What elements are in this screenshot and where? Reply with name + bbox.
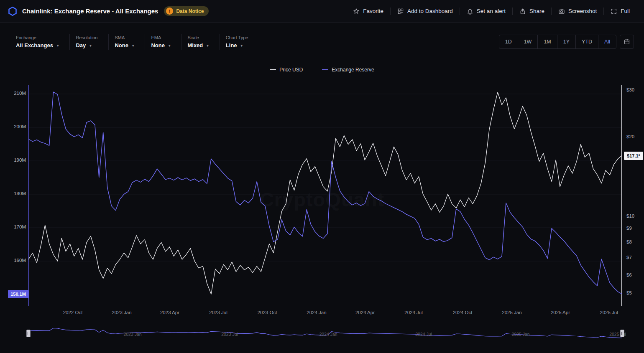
right-axis-tick: $7 [626, 255, 632, 260]
exchange-select[interactable]: Exchange All Exchanges▾ [12, 34, 69, 50]
navigator-tick: 2023 Jul [213, 332, 246, 337]
fullscreen-button[interactable]: Full [604, 8, 636, 15]
share-button[interactable]: Share [513, 8, 551, 15]
share-icon [519, 8, 526, 15]
dashboard-add-icon [397, 8, 404, 15]
right-axis-tick: $8 [626, 239, 632, 244]
x-axis-tick: 2024 Jan [298, 310, 335, 315]
chart-toolbar: Exchange All Exchanges▾ Resolution Day▾ … [12, 32, 634, 52]
camera-icon [558, 8, 565, 15]
range-selector: 1D 1W 1M 1Y YTD All [499, 35, 616, 49]
price-line-swatch [270, 69, 276, 70]
screenshot-label: Screenshot [568, 8, 597, 14]
chart-type-select[interactable]: Chart Type Line▾ [220, 34, 259, 50]
chevron-down-icon: ▾ [89, 43, 92, 48]
bell-icon [467, 8, 473, 15]
range-1d-button[interactable]: 1D [499, 35, 518, 48]
legend-price-usd[interactable]: Price USD [270, 67, 303, 73]
scale-label: Scale [187, 35, 208, 40]
share-label: Share [529, 8, 544, 14]
chevron-down-icon: ▾ [207, 43, 209, 48]
set-alert-button[interactable]: Set an alert [460, 8, 512, 15]
chevron-down-icon: ▾ [241, 43, 243, 48]
ema-label: EMA [151, 35, 170, 40]
price-current-value-badge: $17.1* [624, 152, 643, 160]
right-axis-tick: $10 [626, 213, 634, 218]
add-to-dashboard-label: Add to Dashboard [407, 8, 453, 14]
scale-value: Mixed [187, 42, 203, 48]
right-axis-tick: $5 [626, 290, 632, 295]
chevron-down-icon: ▾ [132, 43, 134, 48]
legend-exchange-reserve[interactable]: Exchange Reserve [322, 67, 374, 73]
fullscreen-label: Full [621, 8, 630, 14]
range-1m-button[interactable]: 1M [537, 35, 557, 48]
navigator-tick: 2025 Jul [601, 332, 634, 337]
x-axis-tick: 2025 Jul [590, 310, 628, 315]
legend-reserve-label: Exchange Reserve [332, 67, 374, 73]
sma-label: SMA [115, 35, 134, 40]
x-axis-tick: 2023 Jan [103, 310, 141, 315]
toolbar-controls: Exchange All Exchanges▾ Resolution Day▾ … [12, 34, 259, 50]
legend-price-label: Price USD [279, 67, 303, 73]
resolution-value: Day [76, 42, 86, 48]
price-usd-line [28, 92, 622, 294]
exchange-value: All Exchanges [16, 42, 53, 48]
left-axis-tick: 180M [6, 191, 26, 196]
x-axis-tick: 2024 Oct [444, 310, 481, 315]
navigator-left-handle[interactable] [26, 330, 31, 337]
reserve-line-swatch [322, 69, 328, 70]
chart-type-label: Chart Type [226, 35, 248, 40]
left-axis-tick: 160M [6, 258, 26, 263]
scale-select[interactable]: Scale Mixed▾ [181, 34, 219, 50]
right-axis-tick: $20 [626, 134, 634, 139]
right-axis-tick: $9 [626, 226, 632, 231]
right-axis-tick: $6 [626, 272, 632, 277]
chainlink-logo-icon [8, 6, 18, 16]
favorite-button[interactable]: Favorite [346, 8, 390, 15]
left-axis-tick: 170M [6, 224, 26, 229]
data-notice-badge[interactable]: ! Data Notice [164, 6, 209, 16]
chart-type-value: Line [226, 42, 237, 48]
set-alert-label: Set an alert [477, 8, 506, 14]
data-notice-label: Data Notice [176, 8, 204, 14]
warning-icon: ! [166, 8, 173, 15]
range-1y-button[interactable]: 1Y [557, 35, 575, 48]
exchange-label: Exchange [16, 35, 59, 40]
navigator-tick: 2025 Jan [504, 332, 537, 337]
x-axis-tick: 2023 Apr [151, 310, 189, 315]
resolution-label: Resolution [76, 35, 97, 40]
x-axis-tick: 2025 Jan [493, 310, 531, 315]
header: Chainlink: Exchange Reserve - All Exchan… [0, 0, 644, 23]
x-axis-tick: 2023 Jul [199, 310, 237, 315]
navigator-tick: 2023 Jan [116, 332, 149, 337]
favorite-label: Favorite [363, 8, 383, 14]
range-all-button[interactable]: All [598, 35, 616, 48]
range-ytd-button[interactable]: YTD [575, 35, 598, 48]
fullscreen-icon [611, 8, 617, 15]
reserve-current-value-badge: 150.1M [8, 290, 28, 298]
range-1w-button[interactable]: 1W [518, 35, 538, 48]
navigator-right-handle[interactable] [620, 330, 624, 337]
x-axis-tick: 2024 Jul [395, 310, 432, 315]
x-axis-tick: 2025 Apr [542, 310, 579, 315]
screenshot-button[interactable]: Screenshot [552, 8, 603, 15]
ema-value: None [151, 42, 165, 48]
navigator-tick: 2024 Jan [312, 332, 345, 337]
add-to-dashboard-button[interactable]: Add to Dashboard [391, 8, 460, 15]
header-actions: Favorite Add to Dashboard Set an alert S… [346, 8, 636, 15]
navigator-tick: 2024 Jul [407, 332, 440, 337]
sma-select[interactable]: SMA None▾ [108, 34, 145, 50]
main-chart-plot[interactable] [28, 84, 622, 307]
chart-legend: Price USD Exchange Reserve [0, 67, 644, 73]
resolution-select[interactable]: Resolution Day▾ [69, 34, 108, 50]
ema-select[interactable]: EMA None▾ [145, 34, 181, 50]
exchange-reserve-line [28, 92, 622, 294]
right-axis-tick: $30 [626, 87, 634, 92]
date-picker-button[interactable] [620, 35, 634, 49]
left-axis-tick: 200M [6, 124, 26, 129]
x-axis-tick: 2023 Oct [248, 310, 286, 315]
chevron-down-icon: ▾ [57, 43, 59, 48]
left-axis-tick: 210M [6, 91, 26, 96]
x-axis-tick: 2022 Oct [54, 310, 92, 315]
chart-navigator[interactable]: 2023 Jan 2023 Jul 2024 Jan 2024 Jul 2025… [28, 326, 622, 340]
